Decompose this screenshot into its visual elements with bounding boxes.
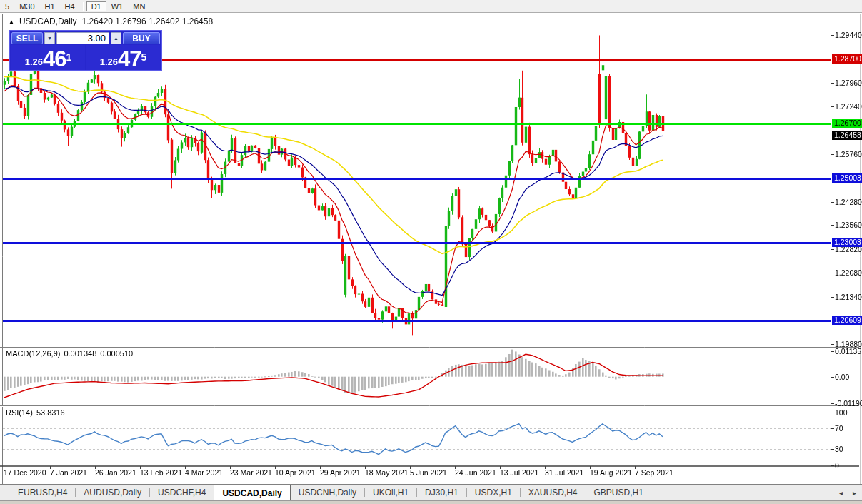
date-axis-label: 7 Sep 2021 bbox=[635, 468, 673, 477]
date-axis-label: 26 Jan 2021 bbox=[95, 468, 136, 477]
trade-controls-row: SELL ▼ ▲ BUY bbox=[11, 32, 160, 44]
chart-canvas[interactable] bbox=[0, 0, 862, 504]
chart-tab-eurusd[interactable]: EURUSD,H4 bbox=[10, 485, 75, 500]
rsi-axis-label: 70 bbox=[835, 424, 843, 433]
date-axis-label: 13 Feb 2021 bbox=[140, 468, 182, 477]
collapse-triangle-icon[interactable]: ▲ bbox=[9, 19, 14, 25]
volume-down-button[interactable]: ▼ bbox=[44, 32, 55, 44]
chart-title: USDCAD,Daily bbox=[19, 16, 77, 26]
price-axis-label: 1.21340 bbox=[835, 293, 862, 301]
buy-price-pip: 5 bbox=[141, 45, 147, 69]
sell-price-big: 46 bbox=[43, 49, 66, 69]
timeframe-button-m30[interactable]: M30 bbox=[14, 1, 39, 11]
timeframe-button-5[interactable]: 5 bbox=[0, 1, 14, 11]
toolbar-separator bbox=[83, 2, 84, 11]
macd-indicator-label: MACD(12,26,9) 0.001348 0.000510 bbox=[6, 349, 133, 358]
chart-tab-audusd[interactable]: AUDUSD,Daily bbox=[76, 485, 149, 500]
date-axis-label: 4 Mar 2021 bbox=[185, 468, 223, 477]
date-axis-label: 10 Apr 2021 bbox=[275, 468, 316, 477]
date-axis-label: 5 Jun 2021 bbox=[410, 468, 447, 477]
timeframe-button-d1[interactable]: D1 bbox=[86, 1, 106, 11]
buy-price[interactable]: 1.26 47 5 bbox=[86, 45, 160, 70]
macd-name: MACD(12,26,9) bbox=[6, 349, 60, 358]
level-price-tag: 1.26700 bbox=[832, 119, 862, 128]
chart-tab-xauusd[interactable]: XAUUSD,H4 bbox=[521, 485, 586, 500]
rsi-axis-label: 0 bbox=[835, 461, 839, 470]
price-axis-label: 1.25760 bbox=[835, 150, 862, 158]
chart-tab-usdcnh[interactable]: USDCNH,Daily bbox=[291, 485, 364, 500]
chart-tab-usdcad[interactable]: USDCAD,Daily bbox=[214, 485, 290, 500]
rsi-axis-label: 30 bbox=[835, 445, 843, 453]
date-axis-label: 19 Aug 2021 bbox=[590, 468, 632, 477]
level-price-tag: 1.20609 bbox=[832, 316, 862, 325]
chart-ohlc-values: 1.26420 1.26796 1.26402 1.26458 bbox=[82, 16, 214, 26]
price-axis-label: 1.29440 bbox=[835, 31, 862, 39]
timeframe-button-mn[interactable]: MN bbox=[128, 1, 150, 11]
date-axis-label: 17 Dec 2020 bbox=[4, 468, 46, 477]
current-price-tag: 1.26458 bbox=[832, 131, 862, 140]
rsi-name: RSI(14) bbox=[6, 408, 33, 417]
macd-axis-label: 0.00 bbox=[835, 373, 849, 381]
trade-prices-row: 1.26 46 1 1.26 47 5 bbox=[11, 45, 160, 70]
buy-price-prefix: 1.26 bbox=[100, 55, 118, 69]
macd-value-2: 0.000510 bbox=[100, 349, 133, 358]
date-axis-label: 7 Jan 2021 bbox=[50, 468, 87, 477]
date-axis-label: 31 Jul 2021 bbox=[545, 468, 583, 477]
timeframe-button-h4[interactable]: H4 bbox=[60, 1, 80, 11]
macd-axis-label: 0.01135 bbox=[835, 347, 861, 356]
date-axis-label: 13 Jul 2021 bbox=[500, 468, 538, 477]
price-axis-label: 1.23560 bbox=[835, 221, 862, 229]
tabs-scroll-right-icon[interactable]: ▸ bbox=[853, 489, 856, 497]
chart-tabbar: EURUSD,H4AUDUSD,DailyUSDCHF,H4USDCAD,Dai… bbox=[0, 484, 862, 500]
arrow-up-icon: ▲ bbox=[114, 36, 119, 41]
chart-tab-gbpusd[interactable]: GBPUSD,H1 bbox=[586, 485, 651, 500]
price-axis-label: 1.27240 bbox=[835, 102, 862, 111]
date-axis-label: 18 May 2021 bbox=[365, 468, 409, 477]
arrow-down-icon: ▼ bbox=[47, 36, 52, 41]
sell-price[interactable]: 1.26 46 1 bbox=[11, 45, 85, 70]
chart-tab-usdx[interactable]: USDX,H1 bbox=[467, 485, 520, 500]
timeframe-toolbar: 5M30H1H4D1W1MN bbox=[0, 0, 862, 13]
volume-input[interactable] bbox=[56, 32, 109, 44]
chart-tab-usdchf[interactable]: USDCHF,H4 bbox=[150, 485, 214, 500]
price-axis-label: 1.22080 bbox=[835, 268, 862, 277]
one-click-trading-panel: SELL ▼ ▲ BUY 1.26 46 1 1.26 47 5 bbox=[9, 30, 162, 71]
timeframe-button-w1[interactable]: W1 bbox=[106, 1, 129, 11]
tabbar-arrows: ◂ ▸ bbox=[839, 485, 856, 501]
rsi-value: 53.8316 bbox=[36, 408, 65, 417]
level-price-tag: 1.28700 bbox=[832, 54, 862, 64]
sell-price-prefix: 1.26 bbox=[25, 55, 43, 69]
tabs-scroll-left-icon[interactable]: ◂ bbox=[839, 489, 843, 497]
level-price-tag: 1.25003 bbox=[832, 173, 862, 183]
level-price-tag: 1.23003 bbox=[832, 238, 862, 247]
chart-tab-dj30[interactable]: DJ30,H1 bbox=[417, 485, 466, 500]
timeframe-button-h1[interactable]: H1 bbox=[40, 1, 60, 11]
chart-header: ▲ USDCAD,Daily 1.26420 1.26796 1.26402 1… bbox=[9, 16, 213, 26]
macd-value-1: 0.001348 bbox=[64, 349, 96, 358]
price-axis-label: 1.27960 bbox=[835, 79, 862, 87]
mt4-window: 5M30H1H4D1W1MN ▲ USDCAD,Daily 1.26420 1.… bbox=[0, 0, 862, 504]
date-axis-label: 29 Apr 2021 bbox=[320, 468, 361, 477]
macd-axis-label: -0.01190 bbox=[835, 399, 862, 408]
rsi-axis-label: 100 bbox=[835, 408, 848, 417]
volume-up-button[interactable]: ▲ bbox=[111, 32, 121, 44]
sell-price-pip: 1 bbox=[66, 45, 72, 69]
buy-button[interactable]: BUY bbox=[123, 32, 160, 44]
date-axis-label: 23 Mar 2021 bbox=[230, 468, 272, 477]
rsi-indicator-label: RSI(14) 53.8316 bbox=[6, 408, 65, 417]
sell-button[interactable]: SELL bbox=[11, 32, 43, 44]
chart-tab-ukoil[interactable]: UKOil,H1 bbox=[365, 485, 416, 500]
buy-price-big: 47 bbox=[118, 49, 141, 69]
price-axis-label: 1.24280 bbox=[835, 198, 862, 206]
date-axis-label: 24 Jun 2021 bbox=[455, 468, 496, 477]
status-strip bbox=[0, 500, 862, 504]
